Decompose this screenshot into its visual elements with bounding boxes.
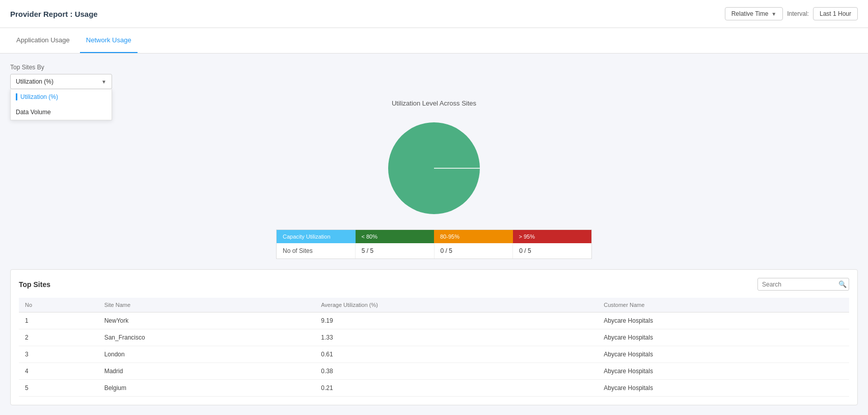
cell-avg-util: 0.61 bbox=[315, 346, 598, 363]
chart-section: Utilization Level Across Sites Capacity … bbox=[10, 99, 858, 259]
cell-customer: Abycare Hospitals bbox=[598, 329, 849, 346]
table-row: 3 London 0.61 Abycare Hospitals bbox=[19, 346, 849, 363]
relative-time-button[interactable]: Relative Time ▼ bbox=[725, 7, 783, 20]
cell-site-name: Belgium bbox=[98, 380, 315, 397]
cell-site-name: NewYork bbox=[98, 313, 315, 329]
chart-title: Utilization Level Across Sites bbox=[392, 99, 476, 107]
legend-lt-80: < 80% bbox=[356, 230, 435, 243]
search-icon: 🔍 bbox=[838, 280, 847, 288]
top-sites-title: Top Sites bbox=[19, 280, 50, 289]
cell-customer: Abycare Hospitals bbox=[598, 380, 849, 397]
legend-value-80-95: 0 / 5 bbox=[435, 243, 513, 258]
col-customer-name: Customer Name bbox=[598, 298, 849, 313]
legend-header: Capacity Utilization < 80% 80-95% > 95% bbox=[277, 230, 591, 243]
tab-network-usage[interactable]: Network Usage bbox=[80, 28, 138, 53]
tab-bar: Application Usage Network Usage bbox=[0, 28, 868, 54]
table-row: 2 San_Francisco 1.33 Abycare Hospitals bbox=[19, 329, 849, 346]
chevron-down-icon: ▼ bbox=[771, 11, 776, 17]
cell-no: 4 bbox=[19, 363, 98, 380]
col-avg-util: Average Utilization (%) bbox=[315, 298, 598, 313]
legend-value-lt80: 5 / 5 bbox=[356, 243, 435, 258]
dropdown-selected-label: Utilization (%) bbox=[16, 78, 53, 85]
tab-application-usage[interactable]: Application Usage bbox=[10, 28, 76, 53]
table-row: 1 NewYork 9.19 Abycare Hospitals bbox=[19, 313, 849, 329]
page-title: Provider Report : Usage bbox=[10, 10, 98, 18]
top-sites-by-label: Top Sites By bbox=[10, 64, 858, 71]
legend-value-gt95: 0 / 5 bbox=[513, 243, 591, 258]
cell-avg-util: 0.21 bbox=[315, 380, 598, 397]
last-1-hour-label: Last 1 Hour bbox=[820, 10, 851, 17]
table-header: No Site Name Average Utilization (%) Cus… bbox=[19, 298, 849, 313]
top-sites-by-dropdown-button[interactable]: Utilization (%) ▼ bbox=[10, 74, 112, 89]
legend-gt-95: > 95% bbox=[513, 230, 592, 243]
cell-no: 2 bbox=[19, 329, 98, 346]
cell-avg-util: 0.38 bbox=[315, 363, 598, 380]
selected-indicator bbox=[16, 93, 17, 100]
top-sites-header: Top Sites 🔍 bbox=[19, 278, 849, 291]
legend-data-row: No of Sites 5 / 5 0 / 5 0 / 5 bbox=[277, 243, 591, 258]
search-input[interactable] bbox=[762, 281, 838, 288]
col-no: No bbox=[19, 298, 98, 313]
legend-80-95: 80-95% bbox=[434, 230, 513, 243]
col-site-name: Site Name bbox=[98, 298, 315, 313]
table-row: 5 Belgium 0.21 Abycare Hospitals bbox=[19, 380, 849, 397]
cell-avg-util: 1.33 bbox=[315, 329, 598, 346]
page-header: Provider Report : Usage Relative Time ▼ … bbox=[0, 0, 868, 28]
legend-row-label-cell: No of Sites bbox=[277, 243, 356, 258]
pie-svg bbox=[383, 117, 485, 219]
interval-label: Interval: bbox=[787, 10, 809, 17]
main-content: Top Sites By Utilization (%) ▼ Utilizati… bbox=[0, 54, 868, 415]
cell-customer: Abycare Hospitals bbox=[598, 363, 849, 380]
pie-chart bbox=[383, 117, 485, 219]
table-body: 1 NewYork 9.19 Abycare Hospitals 2 San_F… bbox=[19, 313, 849, 397]
cell-site-name: San_Francisco bbox=[98, 329, 315, 346]
dropdown-menu: Utilization (%) Data Volume bbox=[10, 89, 112, 120]
cell-no: 5 bbox=[19, 380, 98, 397]
top-sites-section: Top Sites 🔍 No Site Name Average Utiliza… bbox=[10, 269, 858, 405]
cell-no: 1 bbox=[19, 313, 98, 329]
legend-table: Capacity Utilization < 80% 80-95% > 95% … bbox=[276, 229, 592, 259]
search-box[interactable]: 🔍 bbox=[757, 278, 849, 291]
cell-avg-util: 9.19 bbox=[315, 313, 598, 329]
header-controls: Relative Time ▼ Interval: Last 1 Hour bbox=[725, 7, 858, 20]
cell-site-name: London bbox=[98, 346, 315, 363]
dropdown-chevron-icon: ▼ bbox=[101, 79, 106, 85]
cell-customer: Abycare Hospitals bbox=[598, 313, 849, 329]
top-sites-by-section: Top Sites By Utilization (%) ▼ Utilizati… bbox=[10, 64, 858, 89]
sites-table: No Site Name Average Utilization (%) Cus… bbox=[19, 298, 849, 397]
cell-customer: Abycare Hospitals bbox=[598, 346, 849, 363]
dropdown-option-utilization[interactable]: Utilization (%) bbox=[11, 89, 112, 105]
relative-time-label: Relative Time bbox=[731, 10, 769, 17]
legend-capacity-util: Capacity Utilization bbox=[277, 230, 356, 243]
table-row: 4 Madrid 0.38 Abycare Hospitals bbox=[19, 363, 849, 380]
top-sites-by-dropdown-wrapper: Utilization (%) ▼ Utilization (%) Data V… bbox=[10, 74, 112, 89]
last-1-hour-button[interactable]: Last 1 Hour bbox=[813, 7, 858, 20]
dropdown-option-data-volume[interactable]: Data Volume bbox=[11, 105, 112, 120]
cell-site-name: Madrid bbox=[98, 363, 315, 380]
cell-no: 3 bbox=[19, 346, 98, 363]
